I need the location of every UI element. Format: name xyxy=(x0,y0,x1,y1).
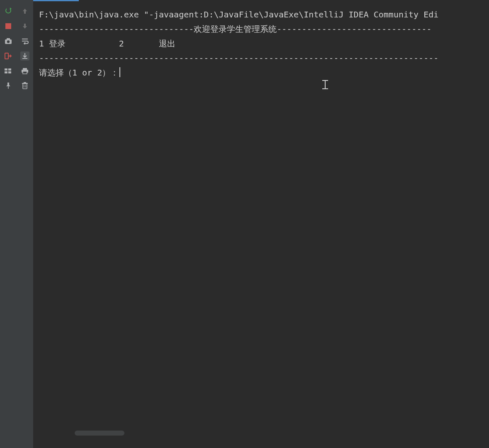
svg-point-3 xyxy=(7,40,10,43)
horizontal-scrollbar[interactable] xyxy=(75,431,124,436)
svg-rect-14 xyxy=(23,84,27,89)
svg-rect-6 xyxy=(8,68,11,71)
clear-all-button[interactable] xyxy=(20,81,29,90)
svg-rect-15 xyxy=(22,83,28,84)
print-button[interactable] xyxy=(20,66,29,75)
console-text: F:\java\bin\java.exe "-javaagent:D:\Java… xyxy=(33,0,489,80)
rerun-button[interactable] xyxy=(4,7,13,16)
exit-button[interactable] xyxy=(4,51,13,61)
pin-button[interactable] xyxy=(4,81,13,90)
scroll-to-end-button[interactable] xyxy=(20,51,29,61)
run-toolbar-secondary xyxy=(17,0,33,448)
layout-icon xyxy=(5,68,12,74)
stop-button[interactable] xyxy=(4,22,13,31)
scroll-to-end-icon xyxy=(22,52,28,60)
prompt-line: 请选择（1 or 2）： xyxy=(39,68,119,78)
run-tool-window: F:\java\bin\java.exe "-javaagent:D:\Java… xyxy=(0,0,489,448)
arrow-down-icon xyxy=(22,23,28,29)
pin-icon xyxy=(5,82,12,90)
trash-icon xyxy=(22,82,28,90)
svg-rect-8 xyxy=(8,71,11,73)
print-icon xyxy=(21,68,29,74)
run-toolbar-primary xyxy=(0,0,17,448)
svg-rect-2 xyxy=(7,38,10,40)
text-cursor xyxy=(119,67,120,77)
stop-icon xyxy=(5,23,11,29)
ibeam-cursor-icon xyxy=(322,80,328,89)
svg-rect-11 xyxy=(23,68,27,70)
svg-rect-7 xyxy=(5,71,7,73)
svg-rect-9 xyxy=(8,86,9,89)
soft-wrap-button[interactable] xyxy=(20,37,29,46)
menu-line: 1 登录 2 退出 xyxy=(39,39,175,49)
up-stack-button[interactable] xyxy=(20,7,29,16)
exit-icon xyxy=(5,52,12,60)
active-tab-indicator xyxy=(33,0,79,1)
svg-rect-4 xyxy=(5,53,8,59)
soft-wrap-icon xyxy=(21,38,29,44)
layout-button[interactable] xyxy=(4,66,13,75)
svg-rect-5 xyxy=(5,68,7,71)
svg-rect-13 xyxy=(23,71,27,74)
arrow-up-icon xyxy=(22,8,28,15)
svg-rect-10 xyxy=(22,58,27,59)
dump-threads-button[interactable] xyxy=(4,37,13,46)
console-output[interactable]: F:\java\bin\java.exe "-javaagent:D:\Java… xyxy=(33,0,489,448)
banner-line: -------------------------------欢迎登录学生管理系… xyxy=(39,24,432,34)
camera-icon xyxy=(5,38,12,44)
svg-rect-16 xyxy=(24,82,26,83)
divider-line: ----------------------------------------… xyxy=(39,53,438,63)
command-line: F:\java\bin\java.exe "-javaagent:D:\Java… xyxy=(39,10,438,19)
down-stack-button[interactable] xyxy=(20,22,29,31)
rerun-icon xyxy=(5,7,12,15)
